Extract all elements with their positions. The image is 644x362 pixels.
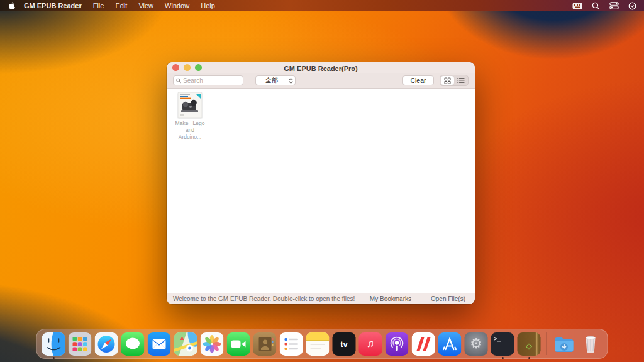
search-field[interactable] (173, 75, 243, 85)
gm-epub-reader-icon (518, 332, 541, 356)
terminal-icon: >_ (491, 332, 514, 356)
finder-icon (42, 332, 65, 356)
book-item[interactable]: Make_ Lego and Arduino... (175, 92, 205, 141)
open-files-button[interactable]: Open File(s) (421, 293, 475, 304)
dock-gm-epub-reader[interactable] (518, 329, 541, 359)
view-mode-segmented-control (440, 75, 469, 86)
dock-safari[interactable] (95, 329, 118, 359)
window-title-bar[interactable]: GM EPUB Reader(Pro) (167, 62, 475, 73)
input-menu-icon[interactable] (572, 3, 582, 9)
menu-edit[interactable]: Edit (109, 2, 133, 9)
search-input[interactable] (183, 77, 240, 84)
dock-music[interactable]: ♫ (359, 329, 382, 359)
dock-reminders[interactable] (280, 329, 303, 359)
circle-chevron-icon[interactable] (628, 2, 636, 10)
dock-downloads[interactable] (553, 329, 576, 359)
news-icon (412, 332, 435, 356)
menu-file[interactable]: File (87, 2, 110, 9)
window-title: GM EPUB Reader(Pro) (284, 63, 357, 72)
launchpad-icon (69, 332, 92, 356)
trash-icon (579, 332, 602, 356)
dock-trash[interactable] (579, 329, 602, 359)
app-store-icon (438, 332, 462, 356)
apple-menu-icon[interactable] (8, 1, 16, 10)
dock-photos[interactable] (201, 329, 224, 359)
dock-launchpad[interactable] (69, 329, 92, 359)
dock-facetime[interactable] (227, 329, 250, 359)
clear-button[interactable]: Clear (402, 75, 434, 85)
dock-terminal[interactable]: >_ (491, 329, 514, 359)
safari-icon (95, 332, 118, 356)
grid-view-icon (444, 77, 451, 84)
dock-divider (547, 332, 547, 355)
search-icon (176, 78, 181, 84)
reminders-icon (280, 332, 303, 356)
running-indicator (528, 357, 530, 359)
dock-notes[interactable] (306, 329, 330, 359)
grid-view-button[interactable] (441, 76, 454, 85)
menu-window[interactable]: Window (159, 2, 195, 9)
toolbar: 全部 Clear (167, 73, 475, 89)
dock-mail[interactable] (148, 329, 171, 359)
photos-icon (201, 332, 224, 356)
menu-bar: GM EPUB Reader File Edit View Window Hel… (0, 0, 644, 11)
dropdown-stepper-icon (287, 78, 295, 84)
list-view-button[interactable] (454, 76, 467, 85)
podcasts-icon (386, 332, 409, 356)
messages-icon (121, 332, 145, 356)
control-center-icon[interactable] (609, 2, 619, 9)
dock-podcasts[interactable] (386, 329, 409, 359)
status-bar: Welcome to the GM EPUB Reader. Double-cl… (167, 293, 475, 304)
dock-news[interactable] (412, 329, 435, 359)
filter-selected-value: 全部 (256, 76, 287, 85)
dock-app-store[interactable] (438, 329, 462, 359)
book-cover-thumbnail (178, 92, 202, 118)
maps-icon (174, 332, 197, 356)
system-settings-icon: ⚙ (465, 332, 488, 356)
mail-icon (148, 332, 171, 356)
dock-maps[interactable] (174, 329, 197, 359)
notes-icon (306, 332, 330, 356)
menu-view[interactable]: View (133, 2, 159, 9)
dock-finder[interactable] (42, 329, 65, 359)
status-message: Welcome to the GM EPUB Reader. Double-cl… (167, 295, 360, 302)
dock-apple-tv[interactable]: tv (333, 329, 356, 359)
active-app-name[interactable]: GM EPUB Reader (18, 2, 87, 9)
dock-contacts[interactable] (253, 329, 277, 359)
downloads-folder-icon (553, 332, 576, 356)
contacts-icon (253, 332, 277, 356)
epub-logo-diamond (526, 343, 532, 349)
running-indicator (53, 357, 55, 359)
minimize-button[interactable] (184, 64, 191, 71)
dock-system-settings[interactable]: ⚙ (465, 329, 488, 359)
apple-tv-icon: tv (333, 332, 356, 356)
my-bookmarks-button[interactable]: My Bookmarks (360, 293, 421, 304)
close-button[interactable] (172, 64, 179, 71)
gm-epub-reader-window: GM EPUB Reader(Pro) 全部 Clear (167, 62, 475, 304)
dock-messages[interactable] (121, 329, 145, 359)
facetime-icon (227, 332, 250, 356)
zoom-button[interactable] (195, 64, 202, 71)
music-icon: ♫ (359, 332, 382, 356)
dock: tv ♫ (36, 329, 608, 359)
book-title: Make_ Lego and Arduino... (175, 120, 205, 141)
running-indicator (502, 357, 504, 359)
filter-dropdown[interactable]: 全部 (255, 75, 296, 85)
menu-help[interactable]: Help (195, 2, 221, 9)
library-grid: Make_ Lego and Arduino... (167, 89, 475, 293)
spotlight-search-icon[interactable] (592, 2, 600, 10)
list-view-icon (457, 77, 465, 84)
